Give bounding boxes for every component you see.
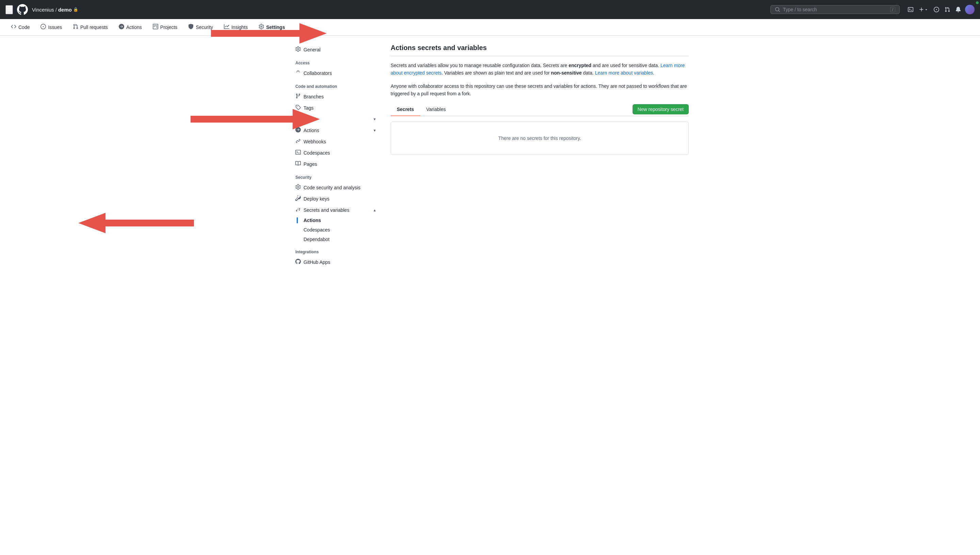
sidebar-codespaces-label: Codespaces xyxy=(304,150,330,156)
actions-tab-icon xyxy=(119,24,124,30)
sidebar-branches-label: Branches xyxy=(304,94,324,99)
sidebar-sub-item-codespaces[interactable]: Codespaces xyxy=(291,225,380,234)
avatar[interactable] xyxy=(965,5,975,14)
breadcrumb: Vincenius / demo 🔒 xyxy=(32,7,78,13)
sidebar-item-webhooks[interactable]: Webhooks xyxy=(291,136,380,147)
pr-tab-icon xyxy=(73,24,78,30)
description-para1: Secrets and variables allow you to manag… xyxy=(391,62,689,77)
sidebar-sub-dependabot-label: Dependabot xyxy=(304,237,329,242)
tab-issues[interactable]: Issues xyxy=(35,19,67,36)
code-security-icon xyxy=(295,184,301,191)
sidebar-rules-label: Rules xyxy=(304,116,316,122)
plus-button[interactable] xyxy=(918,5,930,14)
arrow-sidebar-actions xyxy=(58,208,194,238)
tab-secrets[interactable]: Secrets xyxy=(391,103,420,116)
actions-sidebar-icon xyxy=(295,127,301,133)
tab-pullrequests[interactable]: Pull requests xyxy=(67,19,114,36)
search-bar[interactable]: / xyxy=(771,5,900,14)
sidebar-item-tags[interactable]: Tags xyxy=(291,102,380,113)
content-tabs: Secrets Variables xyxy=(391,103,452,116)
topnav-actions xyxy=(906,5,975,14)
main-content: Actions secrets and variables Secrets an… xyxy=(391,44,689,268)
tag-icon xyxy=(295,104,301,111)
branch-icon xyxy=(295,93,301,100)
github-logo-icon xyxy=(17,4,28,15)
sidebar-item-deploy-keys[interactable]: Deploy keys xyxy=(291,193,380,204)
sidebar-sub-codespaces-label: Codespaces xyxy=(304,227,330,233)
projects-tab-icon xyxy=(153,24,158,30)
tab-security-label: Security xyxy=(196,24,213,30)
hamburger-button[interactable] xyxy=(5,5,13,14)
sidebar-item-secrets-variables[interactable]: Secrets and variables ▴ xyxy=(291,204,380,215)
key-icon xyxy=(295,196,301,202)
sidebar-item-general[interactable]: General xyxy=(291,44,380,55)
sidebar-pages-label: Pages xyxy=(304,161,317,167)
sidebar-item-codespaces[interactable]: Codespaces xyxy=(291,147,380,158)
sidebar-secrets-label: Secrets and variables xyxy=(304,207,350,213)
terminal-button[interactable] xyxy=(906,5,914,14)
sidebar-sub-actions-label: Actions xyxy=(304,218,321,223)
sidebar: General Access Collaborators Code and au… xyxy=(291,44,380,268)
tab-actions-label: Actions xyxy=(126,24,142,30)
variables-link[interactable]: Learn more about variables xyxy=(595,70,653,75)
desc-text-2: and are used for sensitive data. xyxy=(592,63,660,68)
sidebar-item-actions[interactable]: Actions ▾ xyxy=(291,125,380,136)
tab-pr-label: Pull requests xyxy=(80,24,108,30)
sidebar-item-branches[interactable]: Branches xyxy=(291,91,380,102)
tab-actions[interactable]: Actions xyxy=(114,19,147,36)
search-input[interactable] xyxy=(783,7,887,12)
svg-marker-2 xyxy=(78,213,194,233)
sidebar-item-pages[interactable]: Pages xyxy=(291,158,380,170)
issues-button[interactable] xyxy=(932,5,940,14)
notifications-button[interactable] xyxy=(954,5,962,14)
pages-icon xyxy=(295,161,301,167)
tab-settings[interactable]: Settings xyxy=(253,19,290,36)
sidebar-item-rules[interactable]: Rules ▾ xyxy=(291,113,380,125)
sidebar-item-collaborators[interactable]: Collaborators xyxy=(291,67,380,79)
rules-chevron-icon: ▾ xyxy=(374,117,376,122)
sidebar-integrations-section: Integrations xyxy=(291,244,380,257)
tab-insights[interactable]: Insights xyxy=(219,19,253,36)
notification-dot xyxy=(976,2,978,4)
sidebar-general-label: General xyxy=(304,47,321,53)
repo-tabs: Code Issues Pull requests Actions Projec… xyxy=(0,19,980,36)
tab-code-label: Code xyxy=(18,24,30,30)
tab-code[interactable]: Code xyxy=(5,19,35,36)
webhook-icon xyxy=(295,138,301,145)
desc-text-5: . xyxy=(653,70,654,75)
sidebar-item-code-security[interactable]: Code security and analysis xyxy=(291,182,380,193)
secrets-icon xyxy=(295,207,301,213)
github-apps-icon xyxy=(295,259,301,265)
top-navigation: Vincenius / demo 🔒 / xyxy=(0,0,980,19)
tab-variables[interactable]: Variables xyxy=(420,103,452,116)
sidebar-access-section: Access xyxy=(291,55,380,67)
sidebar-sub-item-dependabot[interactable]: Dependabot xyxy=(291,234,380,244)
person-icon xyxy=(295,70,301,76)
codespaces-icon xyxy=(295,149,301,156)
rules-icon xyxy=(295,116,301,122)
sidebar-sub-item-actions[interactable]: Actions xyxy=(291,215,380,225)
code-icon xyxy=(11,24,16,30)
tab-projects[interactable]: Projects xyxy=(147,19,183,36)
new-repository-secret-button[interactable]: New repository secret xyxy=(633,104,689,114)
breadcrumb-repo[interactable]: demo xyxy=(58,7,72,13)
description-para2: Anyone with collaborator access to this … xyxy=(391,82,689,98)
tab-settings-label: Settings xyxy=(266,24,285,30)
sidebar-item-github-apps[interactable]: GitHub Apps xyxy=(291,257,380,268)
insights-tab-icon xyxy=(224,24,229,30)
empty-state-text: There are no secrets for this repository… xyxy=(498,136,581,141)
tabs-row: Secrets Variables New repository secret xyxy=(391,103,689,116)
actions-chevron-icon: ▾ xyxy=(374,128,376,133)
main-layout: General Access Collaborators Code and au… xyxy=(286,36,694,276)
tab-security[interactable]: Security xyxy=(183,19,219,36)
tab-insights-label: Insights xyxy=(232,24,248,30)
pullrequests-button[interactable] xyxy=(943,5,951,14)
security-tab-icon xyxy=(188,24,193,30)
sidebar-tags-label: Tags xyxy=(304,105,314,111)
tab-projects-label: Projects xyxy=(160,24,177,30)
desc-text-3: . Variables are shown as plain text and … xyxy=(441,70,551,75)
breadcrumb-separator: / xyxy=(56,7,57,13)
breadcrumb-owner[interactable]: Vincenius xyxy=(32,7,54,13)
issues-tab-icon xyxy=(40,24,46,30)
sidebar-code-security-label: Code security and analysis xyxy=(304,185,360,190)
